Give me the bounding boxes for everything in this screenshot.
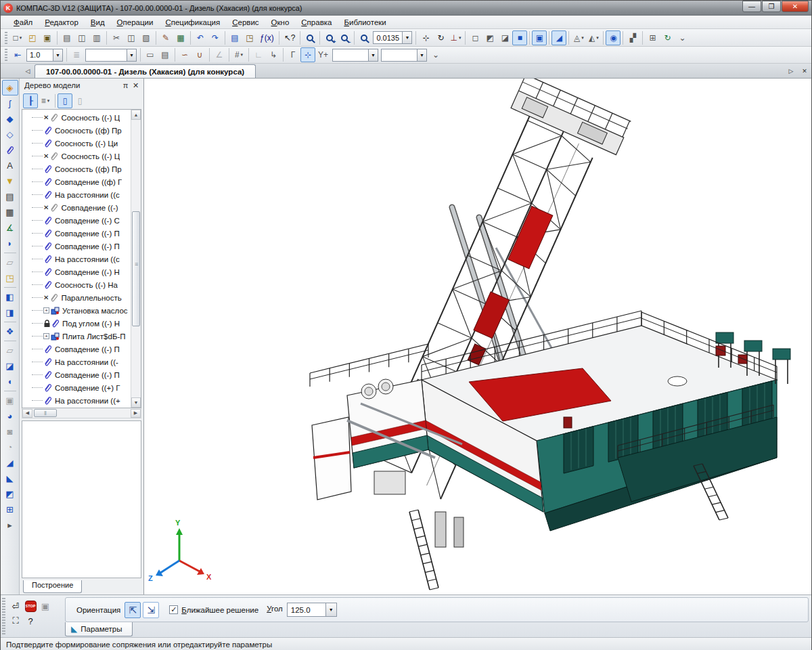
tree-item-10[interactable]: Совпадение ((-) П bbox=[22, 240, 131, 253]
orientation-view-dropdown-icon[interactable]: ▾ bbox=[459, 35, 461, 41]
print-button[interactable]: ▤ bbox=[60, 30, 74, 45]
tree-vertical-scrollbar[interactable]: ▲ ▼ bbox=[131, 110, 141, 408]
open-document-button[interactable]: ◰ bbox=[25, 30, 40, 45]
toolbar-grip[interactable] bbox=[5, 49, 7, 61]
new-drawing-from-model-button[interactable]: ⊞ bbox=[645, 30, 660, 45]
tree-close-icon[interactable]: ✕ bbox=[131, 81, 141, 90]
tree-relations-button[interactable]: ▯ bbox=[72, 93, 87, 108]
select-frame-button[interactable]: ▭ bbox=[143, 47, 158, 62]
magnet-button[interactable]: ∪ bbox=[192, 47, 207, 62]
menu-operations[interactable]: Операции bbox=[111, 17, 160, 28]
tree-item-19[interactable]: На расстоянии ((- bbox=[22, 355, 131, 368]
tree-horizontal-scrollbar[interactable]: ◀ ⦀ ▶ bbox=[22, 408, 141, 418]
tab-parametry[interactable]: ◣ Параметры bbox=[65, 622, 133, 636]
tree-item-3[interactable]: ✕Соосность ((-) Ц bbox=[22, 150, 131, 162]
tree-item-22[interactable]: На расстоянии ((+ bbox=[22, 394, 131, 407]
panel-fillet-button[interactable]: ◖ bbox=[2, 374, 18, 389]
document-manager-button[interactable]: ▥ bbox=[89, 30, 104, 45]
3d-viewport[interactable]: Y X Z bbox=[144, 79, 811, 594]
tree-item-11[interactable]: На расстоянии ((с bbox=[22, 253, 131, 265]
coord-x-value[interactable] bbox=[332, 49, 369, 62]
variables-window-button[interactable]: ▤ bbox=[227, 30, 242, 45]
current-step-value[interactable]: 1.0 bbox=[26, 49, 53, 62]
orientation-view-button[interactable]: ⊥▾ bbox=[448, 30, 463, 45]
menu-specification[interactable]: Спецификация bbox=[159, 17, 226, 28]
scroll-right-icon[interactable]: ▶ bbox=[131, 409, 141, 418]
scale-combo[interactable]: 0.0135▼ bbox=[373, 31, 412, 44]
ortho-drawing-button[interactable]: ↳ bbox=[266, 47, 281, 62]
current-step-combo[interactable]: 1.0▼ bbox=[26, 49, 63, 62]
panel-measure-3d-button[interactable]: ∡ bbox=[2, 220, 18, 236]
coord-x-dropdown-icon[interactable]: ▼ bbox=[369, 49, 378, 62]
hide-construction-objects-button[interactable]: ◬▾ bbox=[571, 30, 586, 45]
hide-construction-objects-dropdown-icon[interactable]: ▾ bbox=[581, 35, 584, 41]
panel-hole-button[interactable]: ◙ bbox=[2, 424, 18, 439]
display-shaded-button[interactable]: ■ bbox=[512, 30, 527, 45]
zoom-by-frame-button[interactable] bbox=[302, 30, 317, 45]
restore-button[interactable]: ❐ bbox=[762, 1, 781, 12]
orientation-forward-button[interactable]: ⇱ bbox=[125, 602, 141, 618]
panel-mold-tools-button[interactable]: ▱ bbox=[2, 255, 18, 270]
tree-item-21[interactable]: Совпадение ((+) Г bbox=[22, 381, 131, 394]
panel-draft-button[interactable]: ◣ bbox=[2, 471, 18, 486]
current-step-dropdown-icon[interactable]: ▼ bbox=[53, 49, 63, 62]
angle-snap-button[interactable]: ∠ bbox=[212, 47, 227, 62]
panel-boolean-operation-button[interactable]: ▱ bbox=[2, 343, 18, 358]
corner-snap-button[interactable]: Γ bbox=[286, 47, 300, 62]
step-snap-button[interactable]: ⇤ bbox=[10, 47, 25, 62]
tab-scroll-left[interactable]: ◁ bbox=[22, 66, 33, 77]
local-cs-button[interactable]: ∟ bbox=[251, 47, 266, 62]
panel-library-insert-button[interactable]: ◳ bbox=[2, 270, 18, 286]
panel-cut-extrude-button[interactable]: ◪ bbox=[2, 358, 18, 374]
panel-reports-button[interactable]: ▦ bbox=[2, 204, 18, 220]
panel-revolve-button[interactable]: ◨ bbox=[2, 305, 18, 320]
panel-specification-button[interactable]: ▤ bbox=[2, 189, 18, 204]
orientation-reverse-button[interactable]: ⇲ bbox=[143, 602, 159, 618]
create-object-button[interactable]: ⏎ bbox=[8, 599, 23, 613]
tree-sections-button[interactable]: ▯ bbox=[58, 93, 72, 108]
coord-y-combo[interactable]: ▼ bbox=[381, 49, 427, 62]
expand-icon[interactable]: + bbox=[43, 307, 49, 313]
section-display-button[interactable]: ▞ bbox=[625, 30, 640, 45]
minimize-button[interactable]: — bbox=[742, 1, 761, 12]
tab-scroll-right[interactable]: ▷ bbox=[786, 66, 796, 77]
new-document-button[interactable]: □▾ bbox=[10, 30, 25, 45]
menu-service[interactable]: Сервис bbox=[226, 17, 265, 28]
panel-scroll-more-button[interactable]: ▸ bbox=[2, 517, 18, 533]
tree-item-14[interactable]: ✕Параллельность bbox=[22, 291, 131, 304]
panel-gear-elements-button[interactable]: ❖ bbox=[2, 324, 18, 339]
tree-item-15[interactable]: +Установка маслос bbox=[22, 304, 131, 317]
print-preview-button[interactable]: ◫ bbox=[74, 30, 89, 45]
scroll-left-icon[interactable]: ◀ bbox=[22, 409, 32, 418]
rotate-view-button[interactable]: ↻ bbox=[433, 30, 448, 45]
pin-icon[interactable]: π bbox=[120, 81, 131, 89]
copy-button[interactable]: ◫ bbox=[124, 30, 139, 45]
panel-filters-button[interactable]: ▼ bbox=[2, 173, 18, 189]
display-shaded-edges-button[interactable]: ▣ bbox=[532, 30, 547, 45]
snaps-button[interactable]: ⊹ bbox=[300, 47, 315, 62]
scroll-thumb[interactable] bbox=[132, 211, 140, 326]
display-hidden-removed-button[interactable]: ◩ bbox=[482, 30, 497, 45]
menu-view[interactable]: Вид bbox=[85, 17, 111, 28]
display-wireframe-button[interactable]: ◻ bbox=[468, 30, 482, 45]
tab-postroenie[interactable]: Построение bbox=[23, 580, 82, 593]
tree-item-17[interactable]: +Плита Лист$dБ-П bbox=[22, 330, 131, 343]
toolbar-overflow-button[interactable]: ⌄ bbox=[675, 30, 690, 45]
current-layer-value[interactable] bbox=[85, 49, 127, 62]
toolbar-overflow-2-button[interactable]: ⌄ bbox=[428, 47, 443, 62]
tree-composition-dropdown-icon[interactable]: ▾ bbox=[47, 98, 50, 104]
panel-edit-part-button[interactable]: ◈ bbox=[2, 80, 18, 95]
menu-window[interactable]: Окно bbox=[265, 17, 296, 28]
coordinate-input-button[interactable]: Y+ bbox=[315, 47, 331, 62]
menu-edit[interactable]: Редактор bbox=[39, 17, 85, 28]
camera-preview-button[interactable]: ▣ bbox=[38, 599, 53, 613]
tree-item-7[interactable]: ✕Совпадение ((-) bbox=[22, 201, 131, 214]
close-button[interactable]: ✕ bbox=[782, 1, 809, 12]
tree-item-13[interactable]: Соосность ((-) На bbox=[22, 278, 131, 291]
save-document-button[interactable]: ▣ bbox=[40, 30, 55, 45]
menu-file[interactable]: Файл bbox=[7, 17, 39, 28]
toolbar-grip[interactable] bbox=[5, 32, 7, 44]
panel-mates-button[interactable] bbox=[2, 142, 18, 158]
tree-item-0[interactable]: ✕Соосность ((-) Ц bbox=[22, 111, 131, 124]
angle-input[interactable]: 125.0 bbox=[287, 603, 326, 617]
